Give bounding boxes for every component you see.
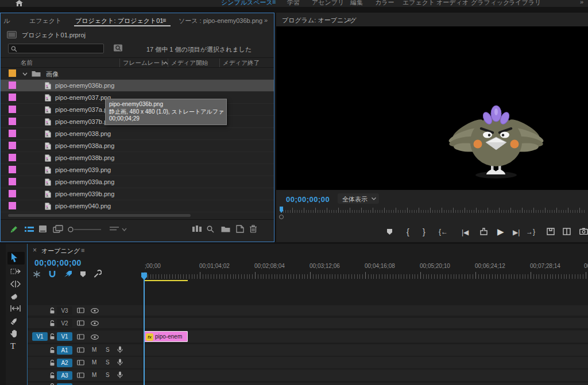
track-button-v3[interactable]: V3	[57, 306, 72, 315]
mute-button[interactable]: M	[92, 372, 96, 378]
icon-view-button[interactable]	[38, 225, 47, 233]
mute-button[interactable]: M	[92, 347, 96, 353]
lock-icon[interactable]	[49, 347, 55, 353]
column-divider[interactable]	[168, 59, 168, 67]
program-monitor-menu-icon[interactable]: ≡	[347, 16, 351, 23]
label-chip-pink[interactable]	[9, 142, 16, 149]
create-search-bin-button[interactable]	[113, 43, 124, 53]
zoom-slider[interactable]	[68, 227, 102, 232]
source-patch-v1[interactable]: V1	[32, 332, 48, 341]
workspace-tab-assembly[interactable]: アセンブリ	[312, 0, 344, 7]
home-icon[interactable]	[16, 0, 23, 6]
workspace-tab-graphics[interactable]: グラフィック	[471, 0, 510, 7]
workspace-tab-editing[interactable]: 編集	[350, 0, 363, 7]
column-framerate[interactable]: フレームレート	[123, 59, 166, 67]
timeline-playhead-line[interactable]	[144, 278, 145, 385]
extract-button[interactable]	[547, 228, 555, 235]
lift-button[interactable]	[480, 228, 488, 235]
lock-icon[interactable]	[49, 372, 55, 379]
project-panel-menu-icon[interactable]: ≡	[163, 17, 166, 24]
sequence-tab[interactable]: オープニング	[41, 247, 80, 255]
label-chip-pink[interactable]	[9, 118, 16, 125]
slip-tool[interactable]	[10, 305, 22, 316]
step-back-button[interactable]: |◀	[462, 228, 469, 236]
ripple-edit-tool[interactable]	[10, 281, 22, 291]
workspace-tab-libraries[interactable]: ライブラリ	[509, 0, 541, 7]
bin-row-images[interactable]: 画像	[1, 68, 274, 80]
column-divider[interactable]	[219, 59, 220, 67]
program-video-viewport[interactable]	[276, 26, 588, 190]
timeline-settings-wrench-icon[interactable]	[93, 270, 102, 278]
mark-in-button[interactable]: {	[407, 227, 409, 236]
solo-button[interactable]: S	[106, 359, 110, 365]
mark-out-button[interactable]: }	[423, 227, 425, 236]
sync-lock-icon[interactable]	[77, 360, 84, 365]
label-chip-pink[interactable]	[9, 202, 16, 209]
track-content-a3[interactable]	[143, 370, 588, 381]
selection-tool[interactable]	[10, 253, 22, 263]
writable-pencil-icon[interactable]	[9, 225, 18, 234]
label-chip-pink[interactable]	[9, 190, 16, 197]
trash-icon[interactable]	[250, 225, 257, 233]
column-name[interactable]: 名前	[21, 59, 33, 67]
mute-button[interactable]: M	[92, 359, 96, 365]
workspace-tab-audio[interactable]: オーディオ	[436, 0, 469, 7]
sync-lock-icon[interactable]	[77, 320, 84, 326]
workspace-tab-color[interactable]: カラー	[375, 0, 394, 7]
project-item-row[interactable]: pipo-enemy040.png	[1, 200, 274, 212]
workspace-menu-icon[interactable]: ≡	[272, 0, 276, 5]
label-chip-pink[interactable]	[9, 106, 16, 113]
project-item-row[interactable]: pipo-enemy038a.png	[1, 140, 274, 152]
tab-project[interactable]: プロジェクト: プロジェクト01	[75, 17, 163, 25]
track-output-eye-icon[interactable]	[91, 335, 99, 340]
track-output-eye-icon[interactable]	[91, 308, 99, 313]
track-content-partial[interactable]	[143, 383, 588, 385]
label-chip-orange[interactable]	[9, 69, 16, 77]
track-content-a1[interactable]	[143, 344, 588, 356]
type-tool[interactable]: T	[10, 341, 22, 352]
workspace-overflow-chevron[interactable]: »	[580, 0, 583, 5]
nest-toggle-icon[interactable]	[33, 270, 41, 278]
timeline-playhead-head[interactable]	[141, 273, 147, 280]
column-divider[interactable]	[119, 59, 120, 67]
find-icon[interactable]	[207, 225, 214, 233]
add-marker-button[interactable]	[386, 228, 393, 235]
program-scrollbar-handle[interactable]	[279, 215, 284, 219]
lock-icon[interactable]	[49, 360, 55, 366]
label-chip-pink[interactable]	[9, 178, 16, 185]
search-input[interactable]	[8, 44, 104, 53]
project-tabs-overflow-chevron[interactable]: »	[264, 17, 268, 24]
list-view-button[interactable]	[25, 226, 34, 233]
freeform-view-button[interactable]	[53, 225, 64, 233]
tab-source[interactable]: ソース : pipo-enemy036b.png	[179, 17, 262, 25]
program-timecode[interactable]: 00;00;00;00	[286, 195, 330, 204]
track-button-v1[interactable]: V1	[57, 332, 72, 341]
go-to-out-button[interactable]: →}	[526, 228, 535, 236]
timeline-marker-icon[interactable]	[80, 271, 86, 278]
voiceover-mic-icon[interactable]	[117, 346, 123, 353]
label-chip-pink[interactable]	[9, 154, 16, 161]
lock-icon[interactable]	[49, 333, 55, 340]
razor-tool[interactable]	[10, 293, 22, 304]
workspace-tab-learning[interactable]: 学習	[287, 0, 300, 7]
workspace-tab-simple-space[interactable]: シンプルスペース	[221, 0, 273, 7]
sequence-tab-menu-icon[interactable]: ≡	[81, 247, 84, 254]
new-bin-icon[interactable]	[221, 226, 230, 232]
track-button-a2[interactable]: A2	[57, 359, 72, 367]
snap-magnet-icon[interactable]	[48, 270, 56, 278]
track-content-a2[interactable]	[143, 357, 588, 368]
label-chip-pink[interactable]	[9, 130, 16, 137]
comparison-view-button[interactable]	[563, 228, 571, 235]
lock-icon[interactable]	[49, 320, 55, 326]
sort-icon[interactable]	[110, 226, 127, 233]
sync-lock-icon[interactable]	[77, 347, 84, 353]
timeline-timecode[interactable]: 00;00;00;00	[34, 258, 82, 267]
project-item-row[interactable]: pipo-enemy038.png	[1, 128, 274, 140]
program-monitor-title[interactable]: プログラム: オープニング	[282, 16, 357, 25]
track-content-v1[interactable]	[143, 330, 588, 343]
track-select-forward-tool[interactable]	[10, 268, 22, 278]
fx-badge[interactable]: fx	[146, 333, 153, 341]
project-item-row[interactable]: pipo-enemy039b.png	[1, 188, 274, 200]
solo-button[interactable]: S	[106, 347, 110, 353]
track-output-eye-icon[interactable]	[91, 321, 99, 326]
